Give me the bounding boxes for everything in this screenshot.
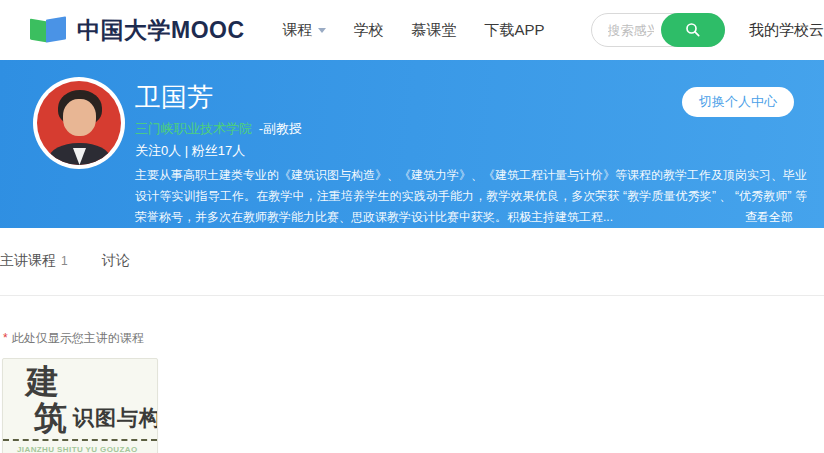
course-cover-char2: 筑 (34, 400, 67, 435)
tabs-bar: 主讲课程 1 讨论 (0, 228, 824, 296)
tab-count: 1 (61, 254, 68, 268)
main-nav: 课程 学校 慕课堂 下载APP (283, 21, 545, 40)
switch-personal-center-button[interactable]: 切换个人中心 (682, 87, 794, 117)
school-row: 三门峡职业技术学院 -副教授 (135, 121, 807, 137)
tab-label: 主讲课程 (0, 252, 56, 270)
nav-item-label: 下载APP (485, 21, 545, 40)
course-cover-subtitle: 识图与构造 (73, 404, 158, 432)
course-cover-pinyin: JIANZHU SHITU YU GOUZAO (17, 445, 157, 453)
chevron-down-icon (318, 28, 326, 33)
avatar-photo (37, 81, 121, 165)
school-link[interactable]: 三门峡职业技术学院 (135, 121, 252, 136)
nav-item-schools[interactable]: 学校 (354, 21, 384, 40)
tabs: 主讲课程 1 讨论 (0, 228, 824, 270)
tab-label: 讨论 (102, 252, 130, 270)
site-logo[interactable]: 中国大学MOOC (30, 15, 245, 46)
logo-text: 中国大学MOOC (77, 15, 245, 46)
search-bar (591, 13, 725, 47)
my-school-cloud-link[interactable]: 我的学校云 (749, 21, 824, 40)
search-icon (684, 21, 702, 39)
description-text: 主要从事高职土建类专业的《建筑识图与构造》、《建筑力学》、《建筑工程计量与计价》… (135, 168, 807, 224)
nav-item-label: 学校 (354, 21, 384, 40)
tab-discussion[interactable]: 讨论 (102, 252, 130, 270)
nav-item-label: 课程 (283, 21, 313, 40)
asterisk: * (3, 331, 8, 345)
nav-item-courses[interactable]: 课程 (283, 21, 326, 40)
teacher-title: -副教授 (259, 121, 302, 136)
course-cover-title-row: 筑 识图与构造 (34, 400, 157, 435)
follow-stats: 关注0人 | 粉丝17人 (135, 143, 807, 159)
search-button[interactable] (661, 13, 725, 47)
avatar[interactable] (33, 77, 125, 169)
logo-book-icon (30, 16, 68, 44)
nav-item-label: 慕课堂 (412, 21, 457, 40)
view-all-link[interactable]: 查看全部 (745, 207, 793, 228)
tab-taught-courses[interactable]: 主讲课程 1 (0, 252, 68, 270)
cover-dashed-divider (3, 439, 157, 441)
course-card[interactable]: 建 筑 识图与构造 JIANZHU SHITU YU GOUZAO (2, 358, 158, 453)
courses-note: *此处仅显示您主讲的课程 (3, 330, 144, 347)
course-cover-char1: 建 (26, 363, 157, 400)
nav-item-download-app[interactable]: 下载APP (485, 21, 545, 40)
top-navbar: 中国大学MOOC 课程 学校 慕课堂 下载APP 我的学校云 (0, 0, 824, 60)
note-text: 此处仅显示您主讲的课程 (12, 331, 144, 345)
nav-item-mooc-class[interactable]: 慕课堂 (412, 21, 457, 40)
profile-banner: 卫国芳 三门峡职业技术学院 -副教授 关注0人 | 粉丝17人 主要从事高职土建… (0, 60, 824, 228)
teacher-description: 主要从事高职土建类专业的《建筑识图与构造》、《建筑力学》、《建筑工程计量与计价》… (135, 165, 807, 228)
